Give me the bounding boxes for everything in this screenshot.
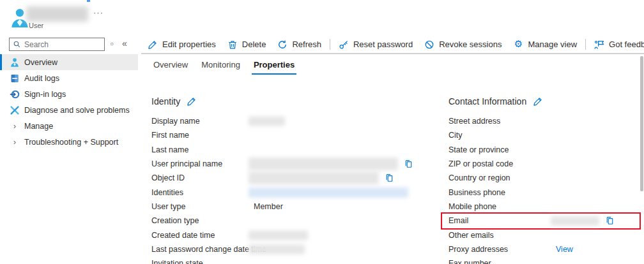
field-label: User type — [151, 202, 186, 211]
toolbar-button-label: Manage view — [528, 40, 577, 49]
edit-contact-icon[interactable] — [533, 96, 543, 106]
field-label: ZIP or postal code — [448, 159, 513, 168]
more-options-button[interactable]: ··· — [93, 8, 103, 17]
copy-icon[interactable] — [403, 159, 413, 169]
field-row-city: City — [448, 128, 641, 142]
field-row-invitation-state: Invitation state — [151, 256, 426, 264]
field-row-other-emails: Other emails — [448, 228, 641, 242]
copy-icon[interactable] — [604, 216, 615, 226]
got-feedback-button[interactable]: Got feedback? — [588, 40, 644, 50]
sidebar-item-manage[interactable]: › Manage — [0, 118, 138, 134]
sidebar-item-audit-logs[interactable]: Audit logs — [0, 70, 138, 86]
tab-overview[interactable]: Overview — [151, 60, 190, 75]
toolbar-group-divider — [330, 39, 330, 50]
field-label: Identities — [151, 188, 183, 197]
field-row-business-phone: Business phone — [448, 185, 641, 199]
field-label: Fax number — [448, 259, 491, 264]
field-label: Other emails — [448, 231, 494, 240]
edit-properties-button[interactable]: Edit properties — [142, 40, 222, 50]
field-row-state-or-province: State or province — [448, 143, 641, 157]
search-icon — [13, 40, 21, 48]
identity-fields: Display nameFirst nameLast nameUser prin… — [151, 114, 426, 264]
toolbar-button-label: Revoke sessions — [439, 40, 502, 49]
field-row-created-date-time: Created date time — [151, 228, 426, 242]
redacted-value — [249, 117, 285, 126]
field-label: Created date time — [151, 231, 215, 240]
manage-view-button[interactable]: ⚙ Manage view — [507, 40, 583, 50]
field-value: View — [556, 245, 573, 254]
field-label: State or province — [448, 145, 509, 154]
redacted-value — [551, 216, 599, 226]
field-label: User principal name — [151, 159, 222, 168]
field-row-display-name: Display name — [151, 114, 426, 128]
sidebar-item-overview[interactable]: Overview — [0, 54, 138, 70]
diagnose-icon — [10, 105, 20, 115]
sidebar-item-sign-in-logs[interactable]: Sign-in logs — [0, 86, 138, 102]
copy-icon[interactable] — [384, 173, 394, 183]
field-row-creation-type: Creation type — [151, 214, 426, 228]
sidebar-item-label: Audit logs — [24, 74, 59, 83]
chevron-right-icon: › — [10, 137, 20, 147]
field-row-user-principal-name: User principal name — [151, 157, 426, 171]
delete-button[interactable]: Delete — [222, 40, 272, 50]
toolbar-button-label: Delete — [242, 40, 266, 49]
sidebar-item-label: Sign-in logs — [24, 90, 66, 99]
field-value — [254, 230, 308, 240]
contact-section-title: Contact Information — [448, 96, 526, 106]
contact-fields: Street addressCityState or provinceZIP o… — [448, 114, 641, 264]
field-label: Business phone — [448, 188, 505, 197]
field-label: Invitation state — [151, 259, 203, 264]
pencil-icon — [148, 40, 158, 50]
redacted-value — [249, 244, 305, 254]
sidebar-nav: Overview Audit logs Sign-in logs Diagnos… — [0, 54, 138, 150]
field-value: Member — [254, 202, 283, 211]
field-value-text: Member — [254, 202, 283, 211]
field-label: Mobile phone — [448, 202, 496, 211]
collapse-sidebar-icon[interactable]: « — [122, 38, 127, 48]
field-label: City — [448, 131, 463, 140]
field-value — [254, 172, 394, 184]
redacted-value — [249, 187, 408, 198]
field-row-fax-number: Fax number — [448, 256, 641, 264]
sync-icon[interactable]: ○ — [110, 40, 114, 47]
field-label: Street address — [448, 117, 500, 126]
block-icon — [424, 40, 434, 50]
field-row-zip-or-postal-code: ZIP or postal code — [448, 157, 641, 171]
field-row-user-type: User typeMember — [151, 200, 426, 214]
gear-icon: ⚙ — [513, 40, 523, 50]
trash-icon — [227, 40, 238, 50]
reset-password-button[interactable]: Reset password — [333, 40, 418, 50]
field-value — [254, 117, 285, 126]
refresh-button[interactable]: Refresh — [272, 40, 327, 50]
revoke-sessions-button[interactable]: Revoke sessions — [418, 40, 507, 50]
contact-section-header: Contact Information — [448, 96, 543, 106]
tab-bar: OverviewMonitoringProperties — [151, 60, 296, 75]
edit-identity-icon[interactable] — [187, 96, 197, 106]
audit-logs-icon — [10, 73, 20, 84]
field-row-last-name: Last name — [151, 143, 426, 157]
field-value — [254, 187, 408, 198]
redacted-value — [249, 230, 308, 240]
user-display-name-redacted — [26, 6, 88, 22]
object-type-label: User — [29, 22, 43, 29]
field-row-country-or-region: Country or region — [448, 171, 641, 185]
tab-properties[interactable]: Properties — [252, 60, 296, 75]
user-properties-page: ··· User ○ « Overview Audit logs Sign-in… — [0, 0, 644, 264]
sign-in-logs-icon — [10, 89, 20, 99]
sidebar-search[interactable] — [9, 38, 105, 51]
field-value — [254, 244, 305, 254]
identity-section-title: Identity — [151, 96, 180, 106]
tab-monitoring[interactable]: Monitoring — [199, 60, 242, 75]
sidebar-item-diagnose-and-solve-problems[interactable]: Diagnose and solve problems — [0, 102, 138, 118]
search-input[interactable] — [24, 40, 101, 49]
sidebar-item-label: Manage — [24, 122, 53, 131]
view-link[interactable]: View — [556, 245, 573, 254]
sidebar-item-label: Troubleshooting + Support — [24, 138, 118, 147]
clipped-ui-artifact — [87, 0, 90, 2]
chevron-right-icon: › — [10, 121, 20, 131]
toolbar-divider — [141, 53, 644, 54]
field-row-street-address: Street address — [448, 114, 641, 128]
identity-section-header: Identity — [151, 96, 197, 106]
field-label: Creation type — [151, 216, 199, 225]
sidebar-item-troubleshooting-support[interactable]: › Troubleshooting + Support — [0, 134, 138, 150]
